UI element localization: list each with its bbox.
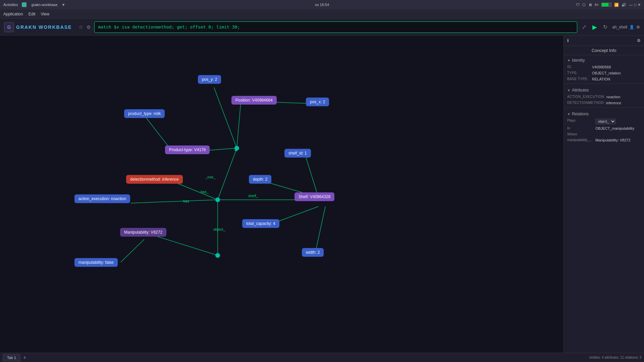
- panel-header: ℹ ⚙: [564, 36, 644, 46]
- favorite-icon[interactable]: ☆: [78, 24, 83, 30]
- attr-label-0: action_execution:: [567, 95, 605, 99]
- node-action-execution[interactable]: action_execution: noaction: [74, 194, 130, 203]
- relation-value-0: object_: [595, 119, 617, 124]
- add-tab-button[interactable]: +: [22, 355, 28, 361]
- app-menubar: Application Edit View: [0, 9, 644, 19]
- toolbar: G GRAKN WORKBASE ☆ ⚙ ⤢ ▶ ↻ ah_shell 👤 ⚙: [0, 19, 644, 36]
- menu-edit[interactable]: Edit: [29, 12, 36, 16]
- identity-arrow: ▼: [567, 59, 571, 62]
- relation-label-1: In: [567, 126, 594, 130]
- attr-row-1: detectionmethod: inference: [564, 100, 644, 106]
- relation-value-1: OBJECT_manipulability: [595, 126, 634, 130]
- system-bar: Activities grakn-workbase ▼ zo 16:54 🛡 ⬡…: [0, 0, 644, 9]
- identity-label: Identity: [572, 58, 585, 63]
- panel-gear-icon[interactable]: ⚙: [637, 38, 641, 43]
- identity-section-header[interactable]: ▼ Identity: [564, 55, 644, 64]
- refresh-button[interactable]: ↻: [602, 22, 609, 32]
- node-total-capacity[interactable]: total_capacity: 4: [242, 219, 279, 228]
- wifi-icon: 📶: [614, 3, 619, 7]
- svg-line-6: [131, 200, 218, 203]
- base-type-row: BASE TYPE: RELATION: [564, 76, 644, 82]
- relations-arrow: ▼: [567, 112, 571, 116]
- run-button[interactable]: ▶: [591, 22, 598, 32]
- svg-line-2: [237, 102, 241, 148]
- relation-label-2: Where: [567, 132, 594, 136]
- expand-icon[interactable]: ⤢: [581, 22, 588, 32]
- dot-1[interactable]: [234, 146, 239, 150]
- menu-view[interactable]: View: [41, 12, 49, 16]
- graph-svg: [0, 36, 564, 353]
- id-label: ID:: [567, 65, 591, 69]
- bluetooth-icon: ⬡: [582, 3, 586, 7]
- node-manipulability-false[interactable]: manipulability: false: [74, 258, 118, 267]
- user-info: ah_shell 👤 ⚙: [612, 25, 640, 29]
- node-product-type[interactable]: Product-type: V4176: [165, 145, 210, 154]
- node-pos-y[interactable]: pos_y: 2: [198, 75, 221, 84]
- attr-value-1: inference: [606, 101, 621, 105]
- logo-icon: G: [4, 22, 14, 32]
- attr-label-1: detectionmethod:: [567, 101, 605, 105]
- relation-row-3: manipulability_... Manipulability: V8272: [564, 137, 644, 143]
- relation-row-0: Plays object_: [564, 118, 644, 125]
- svg-line-7: [172, 181, 218, 200]
- system-bar-right: 🛡 ⬡ 🖥 4+ 📶 🔊 — □ ✕: [576, 3, 641, 7]
- attr-row-0: action_execution: noaction: [564, 94, 644, 100]
- concept-info-title: Concept Info: [564, 46, 644, 55]
- type-row: TYPE: OBJECT_relation: [564, 70, 644, 76]
- node-manipulability-v[interactable]: Manipulability: V8272: [120, 228, 166, 237]
- tab-1[interactable]: Tab 1: [3, 354, 20, 361]
- svg-line-8: [218, 148, 237, 200]
- window-controls[interactable]: — □ ✕: [629, 3, 641, 7]
- main-content: pos_y: 2 Position: V40984664 pos_x: 2 pr…: [0, 36, 644, 353]
- app-dropdown-icon[interactable]: ▼: [62, 3, 65, 7]
- dot-3[interactable]: [215, 253, 220, 258]
- node-pos-x[interactable]: pos_x: 2: [306, 98, 329, 106]
- svg-rect-0: [22, 2, 26, 7]
- relation-label-3: manipulability_...: [567, 138, 594, 142]
- node-position[interactable]: Position: V40984664: [231, 96, 277, 105]
- query-settings-icon[interactable]: ⚙: [87, 24, 91, 30]
- node-shelf-id[interactable]: shelf_id: 1: [284, 149, 311, 158]
- tab-bar: Tab 1 + entities: 4 attributes: 11 relat…: [0, 353, 644, 362]
- app-name-label[interactable]: grakn-workbase: [31, 3, 57, 7]
- info-icon[interactable]: ℹ: [567, 38, 569, 43]
- id-value: V40980568: [592, 65, 611, 69]
- relations-label: Relations: [572, 112, 589, 116]
- svg-line-14: [315, 206, 325, 253]
- relation-row-1: In OBJECT_manipulability: [564, 125, 644, 131]
- system-bar-left: Activities grakn-workbase ▼: [3, 2, 65, 7]
- node-shelf[interactable]: Shelf: V40964328: [294, 192, 334, 201]
- query-input[interactable]: [94, 21, 577, 33]
- base-type-value: RELATION: [592, 77, 610, 81]
- logo: G GRAKN WORKBASE: [4, 22, 72, 32]
- username: ah_shell: [612, 25, 627, 29]
- dot-2[interactable]: [215, 197, 220, 202]
- menu-application[interactable]: Application: [3, 12, 23, 16]
- attributes-label: Attributes: [572, 88, 589, 93]
- node-depth[interactable]: depth: 2: [249, 175, 271, 184]
- node-product-type-milk[interactable]: product_type: milk: [124, 109, 165, 118]
- type-value: OBJECT_relation: [592, 71, 621, 75]
- status-bar: entities: 4 attributes: 11 relations: 3: [589, 356, 641, 359]
- attributes-arrow: ▼: [567, 88, 571, 92]
- attr-value-0: noaction: [606, 95, 621, 99]
- logo-workbase: WORKBASE: [39, 24, 72, 30]
- svg-line-11: [305, 155, 318, 197]
- id-row: ID: V40980568: [564, 64, 644, 70]
- logo-grakn: GRAKN: [16, 24, 39, 30]
- shield-icon: 🛡: [576, 3, 580, 7]
- svg-line-13: [275, 206, 318, 223]
- svg-line-15: [156, 236, 218, 255]
- node-detectionmethod[interactable]: detectionmethod: inference: [126, 175, 183, 184]
- app-indicator: [22, 2, 27, 7]
- system-time: zo 16:54: [315, 3, 329, 7]
- activities-label[interactable]: Activities: [3, 3, 18, 7]
- display-icon: 🖥: [588, 3, 592, 7]
- settings-icon[interactable]: ⚙: [636, 25, 640, 29]
- relations-section-header[interactable]: ▼ Relations: [564, 109, 644, 118]
- attributes-section-header[interactable]: ▼ Attributes: [564, 85, 644, 94]
- relation-dropdown-0[interactable]: object_: [595, 119, 616, 124]
- volume-icon: 🔊: [622, 3, 626, 7]
- node-width[interactable]: width: 2: [302, 248, 324, 257]
- graph-canvas[interactable]: pos_y: 2 Position: V40984664 pos_x: 2 pr…: [0, 36, 564, 353]
